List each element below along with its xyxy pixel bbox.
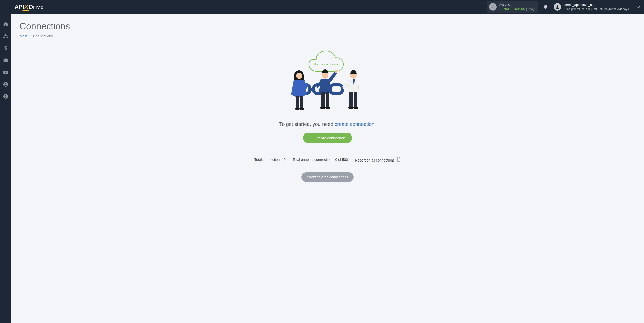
bell-icon[interactable] (543, 4, 548, 10)
svg-rect-26 (325, 107, 330, 109)
actions-label: Actions: (499, 3, 535, 7)
billing-icon[interactable]: $ (3, 45, 8, 51)
hamburger-menu[interactable] (4, 5, 10, 9)
actions-pct: (18%) (526, 7, 535, 11)
svg-rect-17 (296, 96, 299, 108)
user-plan: Plan |Premium PRO| left until payment 25… (564, 7, 629, 11)
info-icon: i (489, 3, 497, 11)
svg-point-22 (335, 70, 338, 73)
cloud-text: No connections (313, 62, 338, 66)
user-text: demo_apix-drive_s3 Plan |Premium PRO| le… (564, 3, 629, 11)
svg-point-16 (296, 73, 302, 79)
breadcrumb: Main / Connections (20, 34, 635, 38)
main-content: Connections Main / Connections No connec… (11, 14, 644, 189)
svg-rect-31 (353, 107, 358, 109)
actions-of: of (510, 7, 512, 11)
svg-rect-5 (4, 59, 8, 62)
svg-rect-28 (349, 92, 353, 107)
create-connection-link[interactable]: create connection (335, 121, 374, 127)
plus-icon: + (310, 136, 312, 140)
svg-rect-2 (3, 37, 5, 38)
svg-point-0 (557, 5, 558, 7)
svg-rect-19 (295, 108, 300, 110)
stat-enabled: Total enabled connections: 0 of 500 (293, 158, 348, 162)
user-menu[interactable]: demo_apix-drive_s3 Plan |Premium PRO| le… (554, 3, 640, 11)
svg-rect-3 (7, 37, 8, 38)
svg-rect-1 (5, 34, 6, 35)
actions-used: 17'750 (499, 7, 509, 11)
avatar-icon (554, 3, 561, 11)
svg-rect-24 (326, 92, 329, 107)
user-name: demo_apix-drive_s3 (564, 3, 629, 7)
topbar: APIXDrive i Actions: 17'750 of 100'000 (… (0, 0, 644, 14)
svg-rect-18 (300, 96, 303, 108)
actions-total: 100'000 (513, 7, 525, 11)
home-icon[interactable] (3, 21, 8, 27)
page-title: Connections (20, 21, 635, 32)
logo-post: Drive (29, 4, 44, 10)
help-icon[interactable]: ? (3, 94, 8, 99)
logo-pre: API (15, 4, 24, 10)
briefcase-icon[interactable] (3, 57, 8, 63)
svg-rect-14 (309, 88, 315, 91)
create-button-label: Create connection (315, 136, 345, 140)
show-deleted-button[interactable]: Show deleted connections (301, 172, 353, 182)
svg-point-8 (5, 83, 6, 85)
svg-rect-29 (354, 92, 357, 107)
svg-rect-20 (300, 108, 304, 110)
sidebar: $ ? (0, 14, 11, 189)
chevron-down-icon[interactable] (636, 6, 640, 8)
actions-text: Actions: 17'750 of 100'000 (18%) (499, 3, 535, 11)
svg-rect-25 (320, 107, 325, 109)
stat-total: Total connections: 0 (254, 158, 286, 162)
svg-rect-30 (348, 107, 353, 109)
breadcrumb-sep: / (30, 34, 31, 38)
actions-box[interactable]: i Actions: 17'750 of 100'000 (18%) (487, 1, 538, 13)
svg-text:?: ? (5, 95, 7, 98)
svg-rect-23 (321, 92, 325, 107)
create-connection-button[interactable]: + Create connection (303, 133, 352, 143)
stats-row: Total connections: 0 Total enabled conne… (254, 157, 401, 162)
video-icon[interactable] (3, 69, 8, 75)
account-icon[interactable] (3, 82, 8, 87)
svg-text:$: $ (4, 45, 7, 51)
breadcrumb-current: Connections (33, 34, 53, 38)
empty-prompt: To get started, you need create connecti… (279, 121, 376, 127)
report-doc-icon[interactable] (397, 157, 401, 162)
empty-illustration: No connections (284, 46, 372, 116)
svg-rect-13 (330, 85, 343, 93)
breadcrumb-main[interactable]: Main (20, 34, 27, 38)
logo-x: X (24, 4, 30, 10)
connections-icon[interactable] (3, 33, 8, 39)
empty-state: No connections (20, 46, 635, 182)
logo[interactable]: APIXDrive (15, 4, 44, 10)
stat-report: Report on all connections: (355, 157, 401, 162)
